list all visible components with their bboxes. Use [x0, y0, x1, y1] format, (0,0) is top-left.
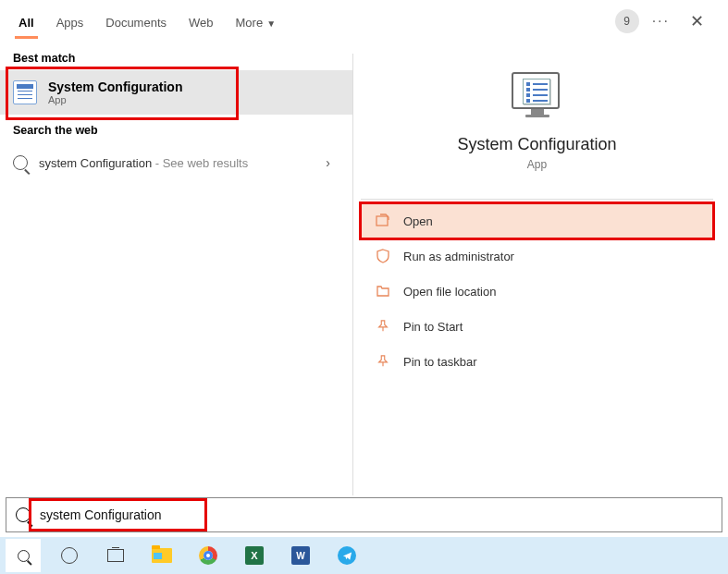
action-open[interactable]: Open — [361, 203, 713, 238]
result-subtitle: App — [48, 94, 182, 105]
action-open-label: Open — [403, 214, 433, 228]
svg-rect-0 — [376, 216, 388, 226]
tab-apps[interactable]: Apps — [45, 3, 95, 39]
pin-icon — [376, 354, 390, 369]
folder-icon — [376, 284, 390, 299]
search-bar[interactable]: system Configuration — [6, 497, 722, 532]
pin-icon — [376, 319, 390, 334]
search-input[interactable]: system Configuration — [40, 507, 162, 522]
taskbar-search-button[interactable] — [6, 539, 41, 572]
chevron-down-icon: ▼ — [266, 18, 276, 29]
taskbar-excel[interactable]: X — [237, 539, 272, 572]
tab-more[interactable]: More▼ — [225, 3, 288, 39]
folder-icon — [152, 548, 172, 563]
taskbar-file-explorer[interactable] — [144, 539, 179, 572]
web-result-item[interactable]: system Configuration - See web results › — [0, 142, 352, 183]
close-icon[interactable]: ✕ — [683, 7, 711, 35]
action-pin-start[interactable]: Pin to Start — [361, 309, 713, 344]
main-area: Best match System Configuration App Sear… — [0, 43, 728, 495]
chrome-icon — [199, 546, 217, 565]
app-icon — [13, 80, 37, 104]
best-match-header: Best match — [0, 43, 352, 70]
detail-title: System Configuration — [361, 135, 713, 154]
word-icon: W — [291, 546, 310, 565]
web-result-text: system Configuration - See web results — [39, 156, 248, 170]
taskbar-chrome[interactable] — [191, 539, 226, 572]
taskbar: X W — [0, 537, 728, 574]
search-icon — [13, 155, 28, 170]
cortana-icon — [61, 547, 78, 564]
results-column: Best match System Configuration App Sear… — [0, 43, 352, 495]
action-pin-taskbar-label: Pin to taskbar — [403, 355, 477, 369]
search-icon — [16, 507, 31, 522]
top-icons: 9 ··· ✕ — [615, 7, 721, 35]
tab-strip: All Apps Documents Web More▼ — [7, 3, 287, 39]
tab-documents[interactable]: Documents — [94, 3, 178, 39]
web-result-suffix: - See web results — [152, 156, 248, 170]
telegram-icon — [338, 546, 356, 565]
taskbar-taskview-button[interactable] — [98, 539, 133, 572]
search-bar-wrap: system Configuration — [6, 497, 722, 532]
action-run-admin[interactable]: Run as administrator — [361, 238, 713, 274]
web-result-query: system Configuration — [39, 156, 152, 170]
open-icon — [376, 214, 390, 228]
search-icon — [18, 550, 30, 562]
taskbar-cortana-button[interactable] — [52, 539, 87, 572]
search-web-header: Search the web — [0, 115, 352, 142]
action-pin-start-label: Pin to Start — [403, 320, 463, 334]
tab-all[interactable]: All — [7, 3, 45, 39]
detail-panel: System Configuration App Open Run as adm… — [352, 54, 721, 495]
action-open-location[interactable]: Open file location — [361, 274, 713, 309]
shield-icon — [376, 249, 390, 263]
taskbar-telegram[interactable] — [329, 539, 364, 572]
tab-web[interactable]: Web — [178, 3, 225, 39]
action-open-location-label: Open file location — [403, 285, 496, 299]
detail-icon-wrap — [361, 72, 713, 120]
system-configuration-icon — [512, 72, 563, 120]
taskview-icon — [107, 549, 124, 562]
action-run-admin-label: Run as administrator — [403, 250, 514, 263]
result-system-configuration[interactable]: System Configuration App — [0, 70, 352, 115]
result-text: System Configuration App — [48, 79, 182, 105]
action-list: Open Run as administrator Open file loca… — [361, 200, 713, 379]
taskbar-word[interactable]: W — [283, 539, 318, 572]
excel-icon: X — [245, 546, 264, 565]
chevron-right-icon: › — [326, 155, 339, 170]
top-tab-bar: All Apps Documents Web More▼ 9 ··· ✕ — [0, 0, 728, 43]
detail-subtitle: App — [361, 158, 713, 171]
action-pin-taskbar[interactable]: Pin to taskbar — [361, 344, 713, 379]
rewards-badge[interactable]: 9 — [615, 9, 639, 33]
tab-more-label: More — [236, 16, 264, 30]
more-options-icon[interactable]: ··· — [652, 13, 670, 30]
result-title: System Configuration — [48, 79, 182, 94]
